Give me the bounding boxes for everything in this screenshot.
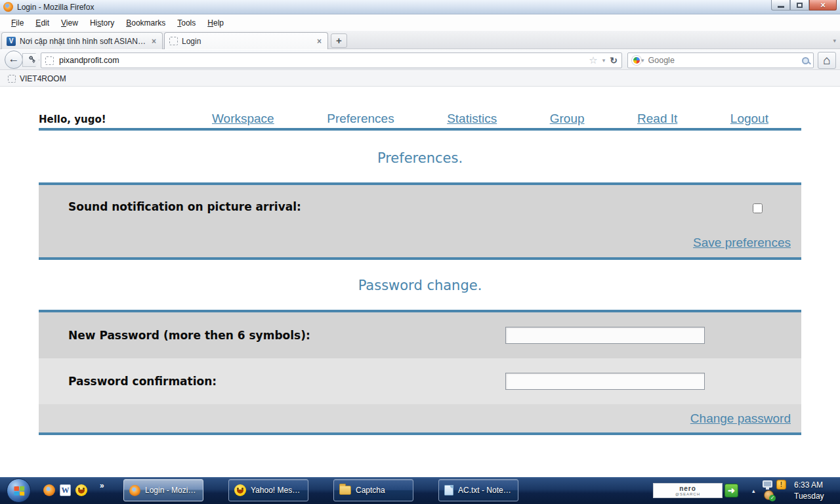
clock-day: Tuesday	[794, 492, 836, 501]
search-input[interactable]	[648, 56, 802, 65]
page-content: Hello, yugo! Workspace Preferences Stati…	[0, 87, 840, 477]
nav-link-read-it[interactable]: Read It	[637, 112, 677, 126]
notepad-icon	[444, 485, 453, 495]
tab-close-icon[interactable]: ×	[316, 37, 323, 46]
save-preferences-link[interactable]: Save preferences	[693, 236, 791, 250]
taskbar-button-notepad[interactable]: AC.txt - Notepad	[438, 479, 518, 501]
bookmark-viet4room[interactable]: VIET4ROOM	[4, 73, 70, 85]
firefox-icon	[129, 485, 140, 496]
yahoo-messenger-quicklaunch-icon[interactable]	[75, 484, 87, 496]
greeting-text: Hello, yugo!	[39, 114, 212, 125]
search-engine-dropdown-icon[interactable]: ▾	[641, 57, 644, 64]
back-icon: ←	[9, 52, 20, 66]
back-button[interactable]: ←	[5, 51, 23, 69]
menu-file[interactable]: File	[5, 16, 30, 30]
minimize-icon	[778, 6, 784, 8]
quicklaunch-overflow-chevron[interactable]: »	[100, 481, 104, 490]
system-tray: !	[761, 479, 790, 502]
network-display-tray-icon[interactable]	[763, 480, 772, 488]
site-identity-button[interactable]	[22, 53, 39, 67]
search-box[interactable]: ▾	[627, 52, 814, 68]
sound-notification-checkbox[interactable]	[753, 203, 763, 213]
tab-close-icon[interactable]: ×	[150, 37, 158, 46]
clock-time: 6:33 AM	[794, 480, 836, 490]
tab-forum[interactable]: V Nơi cập nhật tình hình soft ASIAN PI..…	[1, 32, 163, 49]
placeholder-favicon	[8, 75, 16, 83]
password-change-heading: Password change.	[0, 278, 840, 293]
key-icon	[27, 56, 35, 64]
tab-bar: V Nơi cập nhật tình hình soft ASIAN PI..…	[0, 31, 840, 49]
placeholder-favicon	[45, 56, 54, 65]
folder-icon	[339, 486, 351, 495]
taskbar: W » Login - Mozilla Fi... Yahoo! Messeng…	[0, 477, 840, 504]
nav-link-logout[interactable]: Logout	[730, 112, 768, 126]
bookmark-star-icon[interactable]: ☆	[589, 54, 597, 66]
google-logo-icon[interactable]	[632, 56, 641, 65]
placeholder-favicon	[169, 37, 178, 45]
tab-title: Nơi cập nhật tình hình soft ASIAN PI...	[20, 37, 146, 46]
new-password-label: New Password (more then 6 symbols):	[68, 329, 310, 342]
update-globe-tray-icon[interactable]	[764, 490, 774, 500]
bookmarks-bar: VIET4ROOM	[0, 71, 840, 87]
taskbar-clock[interactable]: 6:33 AM Tuesday	[794, 479, 836, 502]
restore-button[interactable]	[790, 0, 809, 10]
security-alert-tray-icon[interactable]: !	[776, 480, 786, 490]
password-confirmation-label: Password confirmation:	[68, 375, 217, 388]
nero-search-go-button[interactable]: ➜	[724, 484, 738, 497]
main-nav: Workspace Preferences Statistics Group R…	[212, 112, 768, 126]
yahoo-smiley-icon	[234, 484, 246, 496]
url-bar[interactable]: pixandprofit.com ☆ ▾ ↻	[41, 52, 622, 68]
forum-favicon: V	[7, 37, 16, 46]
preferences-heading: Preferences.	[0, 150, 840, 166]
show-hidden-icons-button[interactable]: ▴	[752, 488, 755, 494]
new-tab-button[interactable]: +	[331, 33, 347, 48]
taskbar-button-yahoo-messenger[interactable]: Yahoo! Messenger	[228, 479, 308, 501]
home-icon: ⌂	[823, 53, 830, 67]
new-password-input[interactable]	[505, 327, 705, 344]
preferences-section: Sound notification on picture arrival: S…	[39, 182, 801, 260]
page-header: Hello, yugo! Workspace Preferences Stati…	[39, 112, 801, 131]
change-password-row: Change password	[39, 404, 801, 432]
nero-search-widget[interactable]: nero @SEARCH	[653, 483, 723, 498]
menu-view[interactable]: View	[55, 16, 84, 30]
firefox-quicklaunch-icon[interactable]	[43, 484, 55, 496]
list-all-tabs-icon[interactable]: ▾	[833, 37, 836, 44]
menu-bar: File Edit View History Bookmarks Tools H…	[0, 15, 840, 31]
menu-help[interactable]: Help	[201, 16, 230, 30]
sound-notification-label: Sound notification on picture arrival:	[68, 200, 301, 213]
reload-icon[interactable]: ↻	[610, 55, 618, 66]
window-titlebar: Login - Mozilla Firefox ×	[0, 0, 840, 14]
quick-launch-bar: W	[43, 484, 87, 496]
url-dropdown-icon[interactable]: ▾	[602, 57, 606, 64]
change-password-link[interactable]: Change password	[690, 411, 791, 426]
close-icon: ×	[820, 1, 826, 9]
new-password-row: New Password (more then 6 symbols):	[39, 312, 801, 358]
password-confirmation-row: Password confirmation:	[39, 358, 801, 404]
menu-history[interactable]: History	[84, 16, 120, 30]
nav-link-group[interactable]: Group	[550, 112, 585, 126]
start-button[interactable]	[7, 478, 31, 503]
bookmark-label: VIET4ROOM	[20, 74, 66, 83]
nav-link-statistics[interactable]: Statistics	[447, 112, 497, 126]
menu-bookmarks[interactable]: Bookmarks	[120, 16, 171, 30]
url-text[interactable]: pixandprofit.com	[59, 56, 589, 65]
search-icon[interactable]	[802, 57, 809, 64]
navigation-bar: ← pixandprofit.com ☆ ▾ ↻ ▾ ⌂	[0, 50, 840, 70]
tab-title: Login	[182, 37, 312, 46]
password-confirmation-input[interactable]	[505, 373, 705, 390]
sound-notification-row: Sound notification on picture arrival:	[39, 185, 801, 228]
home-button[interactable]: ⌂	[818, 52, 836, 69]
window-title: Login - Mozilla Firefox	[17, 3, 94, 12]
minimize-button[interactable]	[771, 0, 790, 10]
menu-tools[interactable]: Tools	[171, 16, 201, 30]
nav-link-preferences[interactable]: Preferences	[327, 112, 394, 126]
taskbar-button-captcha-folder[interactable]: Captcha	[333, 479, 413, 501]
word-quicklaunch-icon[interactable]: W	[60, 484, 71, 496]
nav-link-workspace[interactable]: Workspace	[212, 112, 274, 126]
tab-login-active[interactable]: Login ×	[164, 32, 328, 49]
firefox-app-icon	[3, 2, 13, 12]
windows-logo-icon	[14, 486, 24, 495]
close-button[interactable]: ×	[809, 0, 837, 10]
taskbar-button-firefox[interactable]: Login - Mozilla Fi...	[123, 479, 203, 501]
menu-edit[interactable]: Edit	[30, 16, 55, 30]
